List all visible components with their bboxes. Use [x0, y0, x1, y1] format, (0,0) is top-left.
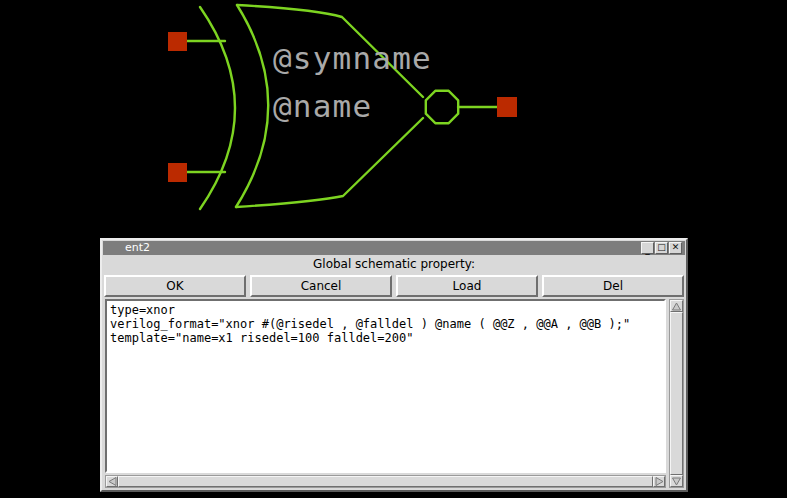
input-pin-a[interactable] — [168, 32, 187, 51]
dialog-header-label: Global schematic property: — [103, 256, 685, 273]
ok-button[interactable]: OK — [104, 275, 246, 297]
scroll-right-button[interactable] — [653, 476, 665, 487]
load-button[interactable]: Load — [396, 275, 538, 297]
dialog-button-row: OK Cancel Load Del — [103, 273, 685, 299]
vertical-scrollbar[interactable] — [669, 299, 684, 488]
window-controls: _ □ ✕ — [641, 241, 682, 255]
gate-body-bottom-edge[interactable] — [236, 118, 423, 207]
input-pin-b[interactable] — [168, 163, 187, 182]
inversion-bubble[interactable] — [426, 91, 458, 123]
window-title: ent2 — [103, 241, 150, 255]
cancel-button[interactable]: Cancel — [250, 275, 392, 297]
vertical-scroll-thumb[interactable] — [670, 312, 683, 475]
xor-back-arc-outer[interactable] — [200, 7, 235, 209]
horizontal-scroll-thumb[interactable] — [118, 476, 653, 487]
property-text-editor[interactable]: type=xnor verilog_format="xnor #(@risede… — [105, 299, 666, 473]
symname-label[interactable]: @symname — [273, 40, 432, 76]
scroll-up-icon — [672, 302, 681, 311]
xor-back-arc-inner[interactable] — [236, 5, 268, 207]
scroll-up-button[interactable] — [670, 300, 683, 312]
horizontal-scrollbar[interactable] — [105, 475, 666, 488]
name-label[interactable]: @name — [273, 88, 372, 124]
minimize-icon: _ — [645, 246, 650, 255]
titlebar[interactable]: ent2 _ □ ✕ — [103, 241, 685, 255]
scroll-left-button[interactable] — [106, 476, 118, 487]
scroll-left-icon — [108, 477, 117, 486]
close-button[interactable]: ✕ — [669, 242, 682, 254]
editor-area: type=xnor verilog_format="xnor #(@risede… — [104, 299, 684, 488]
scroll-down-icon — [672, 477, 681, 486]
del-button[interactable]: Del — [542, 275, 684, 297]
scroll-right-icon — [655, 477, 664, 486]
close-icon: ✕ — [672, 243, 680, 252]
screen: { "schematic": { "labels": { "symname": … — [0, 0, 787, 498]
maximize-button[interactable]: □ — [655, 242, 668, 254]
property-dialog-window: ent2 _ □ ✕ Global schematic property: OK… — [100, 238, 688, 492]
maximize-icon: □ — [657, 243, 666, 252]
minimize-button[interactable]: _ — [641, 242, 654, 254]
scroll-down-button[interactable] — [670, 475, 683, 487]
output-pin[interactable] — [497, 97, 517, 117]
